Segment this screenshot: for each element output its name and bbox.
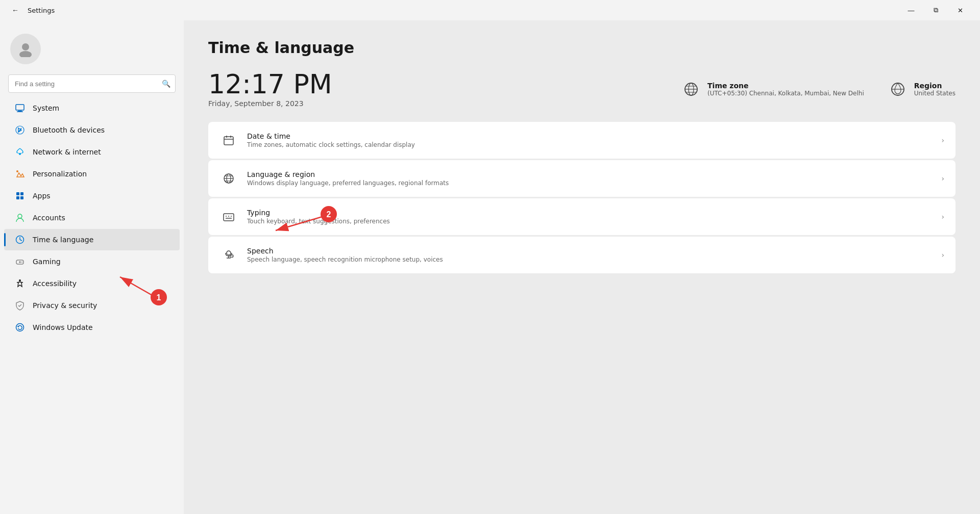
sidebar-item-gaming[interactable]: Gaming	[4, 251, 180, 272]
search-input[interactable]	[8, 74, 176, 93]
chevron-right-icon: ›	[941, 136, 944, 144]
gaming-icon	[14, 256, 26, 267]
avatar	[10, 34, 41, 64]
sidebar-item-system[interactable]: System	[4, 97, 180, 119]
info-bar: 12:17 PM Friday, September 8, 2023	[208, 71, 955, 108]
svg-point-21	[16, 324, 24, 331]
svg-rect-9	[20, 192, 23, 195]
accessibility-icon	[14, 278, 26, 289]
apps-icon	[14, 190, 26, 201]
region-text: Region United States	[914, 82, 955, 97]
region-label: Region	[914, 82, 955, 90]
network-icon	[14, 146, 26, 158]
svg-line-15	[20, 240, 22, 241]
sidebar-item-privacy[interactable]: Privacy & security	[4, 295, 180, 316]
svg-point-7	[16, 170, 18, 172]
sidebar-item-label: Personalization	[33, 170, 87, 178]
sidebar-item-label: Gaming	[33, 258, 61, 266]
language-desc: Windows display language, preferred lang…	[247, 179, 932, 187]
accounts-icon	[14, 212, 26, 223]
svg-rect-11	[20, 196, 23, 199]
typing-text: Typing Touch keyboard, text suggestions,…	[247, 209, 932, 225]
svg-rect-2	[16, 105, 24, 110]
date: Friday, September 8, 2023	[208, 99, 332, 108]
timezone-value: (UTC+05:30) Chennai, Kolkata, Mumbai, Ne…	[707, 90, 864, 97]
sidebar-item-label: Apps	[33, 192, 51, 200]
typing-title: Typing	[247, 209, 932, 217]
datetime-icon	[219, 131, 238, 149]
timezone-icon	[682, 80, 700, 98]
nav-list: System Bluetooth & devices Network & int…	[0, 97, 184, 339]
svg-point-0	[22, 43, 29, 50]
sidebar-item-bluetooth[interactable]: Bluetooth & devices	[4, 119, 180, 141]
svg-point-20	[19, 279, 21, 281]
svg-point-19	[21, 262, 22, 263]
title-bar: ← Settings — ⧉ ✕	[0, 0, 980, 20]
main-content: Time & language 12:17 PM Friday, Septemb…	[184, 20, 980, 514]
window-controls: — ⧉ ✕	[899, 2, 972, 18]
title-bar-left: ← Settings	[8, 3, 55, 17]
search-box: 🔍	[8, 74, 176, 93]
chevron-right-icon: ›	[941, 213, 944, 221]
sidebar-item-apps[interactable]: Apps	[4, 185, 180, 207]
app-title: Settings	[28, 7, 55, 14]
timezone-label: Time zone	[707, 82, 864, 90]
sidebar-item-time[interactable]: Time & language	[4, 229, 180, 250]
svg-rect-29	[224, 137, 233, 145]
datetime-desc: Time zones, automatic clock settings, ca…	[247, 141, 932, 148]
speech-icon	[219, 246, 238, 264]
sidebar-item-network[interactable]: Network & internet	[4, 141, 180, 163]
speech-text: Speech Speech language, speech recogniti…	[247, 247, 932, 263]
svg-point-12	[18, 214, 22, 218]
setting-card-language[interactable]: Language & region Windows display langua…	[208, 160, 955, 197]
profile-section	[0, 25, 184, 74]
sidebar-item-label: Time & language	[33, 236, 93, 244]
sidebar-item-accounts[interactable]: Accounts	[4, 207, 180, 228]
svg-rect-38	[224, 214, 234, 221]
timezone-widget[interactable]: Time zone (UTC+05:30) Chennai, Kolkata, …	[682, 80, 864, 98]
personalization-icon	[14, 168, 26, 179]
sidebar-item-label: Privacy & security	[33, 301, 97, 310]
svg-point-1	[19, 51, 32, 57]
language-icon	[219, 169, 238, 188]
page-title: Time & language	[208, 39, 955, 57]
svg-point-43	[227, 251, 231, 255]
region-value: United States	[914, 90, 955, 97]
settings-list: Date & time Time zones, automatic clock …	[208, 122, 955, 273]
sidebar-item-personalization[interactable]: Personalization	[4, 163, 180, 185]
sidebar-item-update[interactable]: Windows Update	[4, 317, 180, 338]
maximize-button[interactable]: ⧉	[924, 2, 947, 18]
privacy-icon	[14, 300, 26, 311]
time-icon	[14, 234, 26, 245]
clock: 12:17 PM	[208, 71, 332, 97]
setting-card-typing[interactable]: Typing Touch keyboard, text suggestions,…	[208, 198, 955, 235]
setting-card-speech[interactable]: Speech Speech language, speech recogniti…	[208, 237, 955, 273]
app-body: 🔍 System Bluetooth & devices Network & i…	[0, 20, 980, 514]
info-widgets: Time zone (UTC+05:30) Chennai, Kolkata, …	[682, 80, 955, 98]
typing-desc: Touch keyboard, text suggestions, prefer…	[247, 218, 932, 225]
sidebar-item-accessibility[interactable]: Accessibility	[4, 273, 180, 294]
region-icon	[889, 80, 907, 98]
svg-rect-10	[16, 196, 19, 199]
close-button[interactable]: ✕	[948, 2, 972, 18]
sidebar-item-label: Accessibility	[33, 279, 77, 288]
datetime-text: Date & time Time zones, automatic clock …	[247, 132, 932, 148]
back-button[interactable]: ←	[8, 3, 22, 17]
language-text: Language & region Windows display langua…	[247, 170, 932, 187]
sidebar-item-label: System	[33, 104, 59, 112]
time-display: 12:17 PM Friday, September 8, 2023	[208, 71, 332, 108]
bluetooth-icon	[14, 124, 26, 136]
sidebar-item-label: Network & internet	[33, 148, 101, 156]
chevron-right-icon: ›	[941, 251, 944, 259]
chevron-right-icon: ›	[941, 174, 944, 183]
sidebar: 🔍 System Bluetooth & devices Network & i…	[0, 20, 184, 514]
language-title: Language & region	[247, 170, 932, 178]
system-icon	[14, 102, 26, 114]
minimize-button[interactable]: —	[899, 2, 923, 18]
sidebar-item-label: Windows Update	[33, 323, 93, 331]
setting-card-datetime[interactable]: Date & time Time zones, automatic clock …	[208, 122, 955, 159]
sidebar-item-label: Accounts	[33, 214, 65, 222]
speech-title: Speech	[247, 247, 932, 255]
region-widget[interactable]: Region United States	[889, 80, 955, 98]
timezone-text: Time zone (UTC+05:30) Chennai, Kolkata, …	[707, 82, 864, 97]
